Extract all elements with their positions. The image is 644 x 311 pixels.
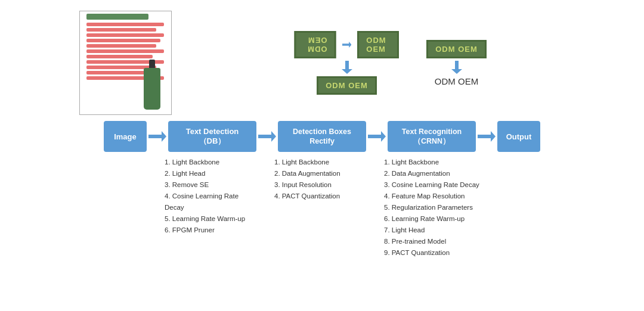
flow-arrow-2 xyxy=(256,121,278,152)
list-item: 4. Cosine Learning Rate Decay xyxy=(165,191,248,213)
rectify-list: 1. Light Backbone 2. Data Augmentation 3… xyxy=(272,157,360,202)
flow-arrow-2-icon xyxy=(258,131,276,142)
odm-box-bottom: ODM OEM xyxy=(317,76,377,95)
flow-arrow-4-icon xyxy=(478,131,496,142)
output-box: Output xyxy=(497,121,540,152)
top-illustration-row: ODM OEM ODM OEM ODM OEM xyxy=(12,11,632,115)
text-detection-items: 1. Light Backbone 2. Light Head 3. Remov… xyxy=(165,157,248,236)
odm-arrow-right-icon xyxy=(342,39,352,50)
list-item: 4. PACT Quantization xyxy=(274,191,358,202)
recognition-box: Text Recognition（CRNN） xyxy=(388,121,476,152)
list-item: 7. Light Head xyxy=(384,225,479,236)
odm-right-arrow-down-icon xyxy=(451,61,462,74)
list-item: 5. Regularization Parameters xyxy=(384,202,479,213)
product-image xyxy=(79,11,172,115)
main-container: ODM OEM ODM OEM ODM OEM xyxy=(0,0,644,311)
list-item: 5. Learning Rate Warm-up xyxy=(165,213,248,225)
odm-arrow-down-icon xyxy=(342,61,352,74)
lists-row: 1. Light Backbone 2. Light Head 3. Remov… xyxy=(12,157,632,259)
odm-box-right-top: ODM OEM xyxy=(426,40,487,58)
list-item: 1. Light Backbone xyxy=(274,157,358,168)
rectify-box: Detection Boxes Rectify xyxy=(278,121,366,152)
list-item: 6. FPGM Pruner xyxy=(165,225,248,236)
bottle-icon xyxy=(144,68,160,110)
list-item: 8. Pre-trained Model xyxy=(384,236,479,247)
flow-arrow-4 xyxy=(476,121,497,152)
odm-right-area: ODM OEM ODM OEM xyxy=(413,40,501,86)
odm-right-text: ODM OEM xyxy=(435,76,478,86)
list-item: 2. Data Augmentation xyxy=(384,168,479,179)
list-item: 3. Remove SE xyxy=(165,179,248,191)
flow-row: Image Text Detection（DB） Detection Boxes… xyxy=(12,121,632,152)
flow-arrow-1-icon xyxy=(148,131,166,142)
image-box: Image xyxy=(104,121,147,152)
list-item: 9. PACT Quantization xyxy=(384,247,479,259)
list-item: 4. Feature Map Resolution xyxy=(384,191,479,202)
odm-middle-area: ODM OEM ODM OEM ODM OEM xyxy=(303,31,391,95)
odm-box-normal: ODM OEM xyxy=(357,31,399,58)
list-item: 2. Light Head xyxy=(165,168,248,179)
flow-arrow-1 xyxy=(147,121,168,152)
list-item: 1. Light Backbone xyxy=(384,157,479,168)
recognition-items: 1. Light Backbone 2. Data Augmentation 3… xyxy=(384,157,479,259)
text-detection-box: Text Detection（DB） xyxy=(168,121,256,152)
odm-box-mirrored: ODM OEM xyxy=(295,31,336,58)
flow-arrow-3 xyxy=(366,121,388,152)
rectify-items: 1. Light Backbone 2. Data Augmentation 3… xyxy=(274,157,358,202)
recognition-list: 1. Light Backbone 2. Data Augmentation 3… xyxy=(382,157,482,259)
list-item: 3. Cosine Learning Rate Decay xyxy=(384,179,479,191)
flow-arrow-3-icon xyxy=(368,131,386,142)
text-detection-list: 1. Light Backbone 2. Light Head 3. Remov… xyxy=(162,157,250,236)
list-item: 2. Data Augmentation xyxy=(274,168,358,179)
list-item: 6. Learning Rate Warm-up xyxy=(384,213,479,225)
list-item: 1. Light Backbone xyxy=(165,157,248,168)
list-item: 3. Input Resolution xyxy=(274,179,358,191)
